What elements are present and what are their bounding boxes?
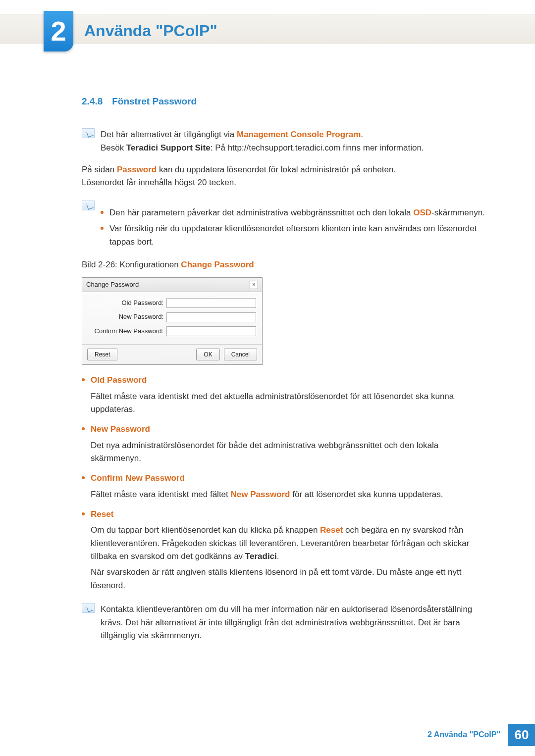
note-line-2: Besök Teradici Support Site: På http://t… [101,142,487,154]
dialog-titlebar: Change Password × [82,278,262,292]
field-name: New Password [91,423,487,436]
note-icon [82,201,95,210]
change-password-dialog: Change Password × Old Password: New Pass… [82,277,263,365]
note-line-1: Det här alternativet är tillgängligt via… [101,128,487,141]
field-name: Reset [91,508,487,521]
bullet-icon [101,227,104,230]
page-footer: 2 Använda "PCoIP" 60 [420,724,535,746]
field-desc: Fältet måste vara identiskt med det aktu… [91,390,487,416]
section-number: 2.4.8 [82,96,103,106]
bullet-icon [82,378,85,381]
cancel-button[interactable]: Cancel [224,349,257,361]
close-button[interactable]: × [250,281,258,289]
field-descriptions: Old Password Fältet måste vara identiskt… [82,374,487,592]
bullet-icon [82,427,85,430]
field-desc-1: Om du tappar bort klientlösenordet kan d… [91,524,487,563]
reset-button[interactable]: Reset [87,349,117,361]
warning-bullet-2: Var försiktig när du uppdaterar klientlö… [101,222,487,249]
section-title: Fönstret Password [112,96,197,106]
old-password-label: Old Password: [88,298,166,308]
ok-button[interactable]: OK [196,349,219,361]
warning-bullet-1: Den här parametern påverkar det administ… [101,206,487,219]
field-reset: Reset Om du tappar bort klientlösenordet… [82,508,487,592]
figure-caption: Bild 2-26: Konfigurationen Change Passwo… [82,258,487,271]
note-contact: Kontakta klientleverantören om du vill h… [82,603,487,642]
footer-chapter-label: 2 Använda "PCoIP" [420,724,508,746]
field-desc: Det nya administratörslösenordet för båd… [91,439,487,465]
bullet-icon [101,211,104,214]
field-name: Old Password [91,374,487,387]
old-password-input[interactable] [166,298,256,308]
bullet-icon [82,512,85,515]
field-old-password: Old Password Fältet måste vara identiskt… [82,374,487,416]
confirm-password-input[interactable] [166,326,256,336]
dialog-title-text: Change Password [86,280,139,290]
note-availability: Det här alternativet är tillgängligt via… [82,128,487,154]
note-icon [82,603,95,613]
note-warning: Den här parametern påverkar det administ… [82,201,487,249]
bullet-icon [82,476,85,479]
field-desc-2: När svarskoden är rätt angiven ställs kl… [91,566,487,592]
footer-page-number: 60 [508,724,535,746]
new-password-input[interactable] [166,312,256,322]
field-confirm-password: Confirm New Password Fältet måste vara i… [82,472,487,501]
chapter-number-badge: 2 [44,11,73,51]
note-contact-text: Kontakta klientleverantören om du vill h… [101,603,487,642]
header-band [0,14,535,44]
intro-paragraph-2: Lösenordet får innehålla högst 20 tecken… [82,176,487,189]
field-new-password: New Password Det nya administratörslösen… [82,423,487,465]
field-desc: Fältet måste vara identiskt med fältet N… [91,488,487,501]
note-icon [82,128,95,138]
page-content: 2.4.8 Fönstret Password Det här alternat… [82,94,487,642]
field-name: Confirm New Password [91,472,487,485]
section-heading: 2.4.8 Fönstret Password [82,94,487,108]
intro-paragraph-1: På sidan Password kan du uppdatera lösen… [82,163,487,176]
confirm-password-label: Confirm New Password: [88,326,166,336]
new-password-label: New Password: [88,312,166,322]
chapter-title: Använda "PCoIP" [84,19,217,44]
